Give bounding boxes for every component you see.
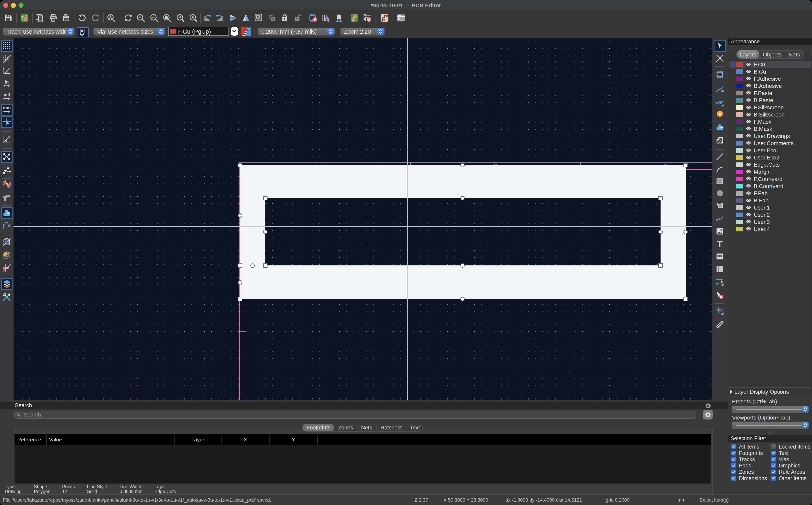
svg-text:A: A xyxy=(109,15,112,19)
svg-text:θ: θ xyxy=(7,70,8,73)
svg-text:r: r xyxy=(5,68,6,71)
svg-text:mil: mil xyxy=(4,93,10,98)
svg-text:mm: mm xyxy=(3,105,11,110)
svg-text:in: in xyxy=(5,79,9,85)
